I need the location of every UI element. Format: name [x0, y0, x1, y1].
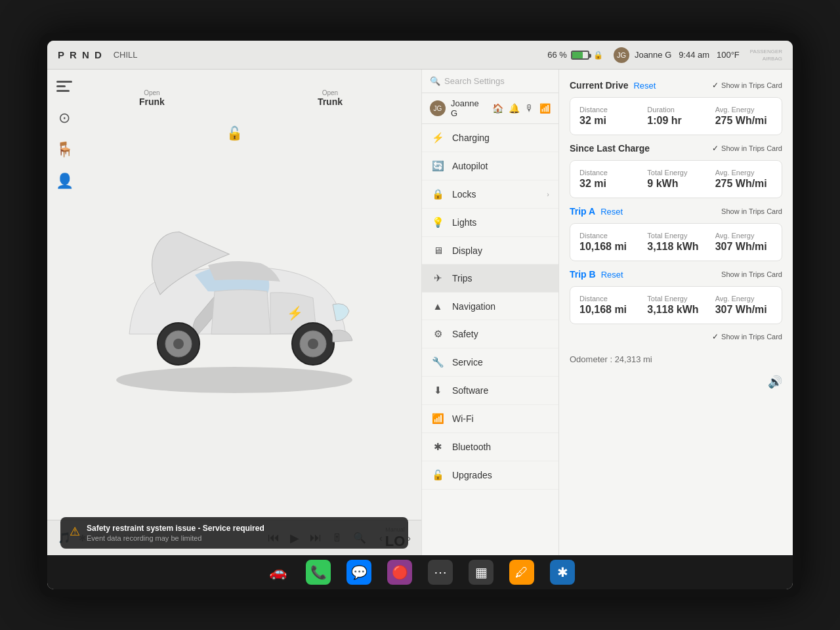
user-avatar: JG	[614, 47, 629, 63]
trip-b-avg-energy: Avg. Energy 307 Wh/mi	[715, 295, 772, 316]
volume-indicator[interactable]: 🔊	[570, 375, 782, 389]
since-last-charge-header: Since Last Charge ✓ Show in Trips Card	[570, 143, 782, 154]
charging-icon: ⚡	[431, 132, 444, 144]
charge-distance: Distance 32 mi	[579, 169, 637, 190]
tesla-screen: P R N D CHILL 66 % 🔒 JG Joanne G 9:44 am…	[47, 41, 793, 589]
car-view-area: Open Frunk Open Trunk 🔓	[47, 70, 421, 520]
bell-icon[interactable]: 🔔	[509, 103, 520, 114]
bluetooth-taskbar[interactable]: ✱	[550, 560, 575, 585]
alert-warning-icon: ⚠	[70, 524, 80, 539]
mic-icon[interactable]: 🎙	[525, 103, 534, 114]
screen-bezel: P R N D CHILL 66 % 🔒 JG Joanne G 9:44 am…	[39, 33, 801, 597]
seat-icon: 🪑	[54, 139, 75, 160]
settings-avatar: JG	[430, 100, 446, 116]
trip-b-distance: Distance 10,168 mi	[579, 295, 637, 316]
show-trips-card-b[interactable]: Show in Trips Card	[721, 270, 782, 278]
menu-item-safety[interactable]: ⚙ Safety	[422, 320, 558, 348]
settings-user-header: JG Joanne G 🏠 🔔 🎙 📶	[422, 93, 558, 124]
frunk-label[interactable]: Open Frunk	[139, 89, 165, 107]
autopilot-icon: 🔄	[431, 160, 444, 172]
phone-taskbar[interactable]: 📞	[306, 560, 331, 585]
search-icon-settings: 🔍	[430, 76, 440, 86]
taskbar: 🚗 📞 💬 🔴 ⋯ ▦ 🖊 ✱	[47, 555, 793, 589]
locks-arrow: ›	[547, 190, 549, 198]
trip-b-total-energy: Total Energy 3,118 kWh	[647, 295, 704, 316]
car-image: ⚡	[77, 190, 392, 400]
service-icon: 🔧	[431, 356, 444, 368]
current-duration: Duration 1:09 hr	[647, 106, 704, 127]
trip-b-card: Distance 10,168 mi Total Energy 3,118 kW…	[570, 286, 782, 324]
svg-point-3	[116, 367, 352, 393]
camera-icon: 🔴	[392, 564, 408, 580]
main-content: ⊙ 🪑 👤 Open Frunk Open Trunk	[47, 70, 793, 555]
menu-item-upgrades[interactable]: 🔓 Upgrades	[422, 461, 558, 490]
show-trips-card-charge[interactable]: ✓ Show in Trips Card	[712, 144, 782, 153]
alert-banner: ⚠ Safety restraint system issue - Servic…	[60, 517, 408, 549]
battery-section: 66 % 🔒	[547, 50, 603, 60]
person-icon: 👤	[54, 171, 75, 192]
battery-fill	[572, 52, 583, 58]
current-drive-card: Distance 32 mi Duration 1:09 hr Avg. Ene…	[570, 97, 782, 135]
trip-a-avg-energy: Avg. Energy 307 Wh/mi	[715, 232, 772, 253]
bluetooth-taskbar-icon: ✱	[557, 564, 568, 580]
trip-a-data-row: Distance 10,168 mi Total Energy 3,118 kW…	[579, 232, 772, 253]
menu-item-charging[interactable]: ⚡ Charging	[422, 124, 558, 152]
lock-status-icon: 🔒	[593, 51, 603, 60]
messages-taskbar[interactable]: 💬	[346, 560, 371, 585]
messages-icon: 💬	[351, 564, 368, 580]
svg-rect-0	[56, 81, 72, 83]
volume-icon: 🔊	[768, 375, 782, 389]
menu-item-wifi[interactable]: 📶 Wi-Fi	[422, 405, 558, 433]
current-drive-data-row: Distance 32 mi Duration 1:09 hr Avg. Ene…	[579, 106, 772, 127]
since-last-charge-card: Distance 32 mi Total Energy 9 kWh Avg. E…	[570, 160, 782, 198]
svg-rect-1	[56, 85, 66, 87]
signal-icon: 📶	[539, 103, 551, 114]
show-trips-card-a[interactable]: Show in Trips Card	[721, 207, 782, 215]
wifi-icon: 📶	[431, 413, 444, 425]
drive-mode: CHILL	[114, 50, 138, 60]
svg-point-6	[173, 339, 184, 349]
camera-taskbar[interactable]: 🔴	[387, 560, 412, 585]
menu-item-display[interactable]: 🖥 Display	[422, 237, 558, 264]
trip-b-data-row: Distance 10,168 mi Total Energy 3,118 kW…	[579, 295, 772, 316]
more-taskbar[interactable]: ⋯	[428, 560, 453, 585]
more-icon: ⋯	[434, 564, 447, 580]
software-icon: ⬇	[431, 385, 444, 396]
menu-item-autopilot[interactable]: 🔄 Autopilot	[422, 152, 558, 180]
home-icon[interactable]: 🏠	[492, 103, 503, 114]
menu-item-bluetooth[interactable]: ✱ Bluetooth	[422, 433, 558, 461]
trips-panel: Current Drive Reset ✓ Show in Trips Card…	[559, 70, 793, 555]
safety-icon: ⚙	[431, 328, 444, 340]
menu-item-locks[interactable]: 🔒 Locks ›	[422, 180, 558, 209]
charge-avg-energy: Avg. Energy 275 Wh/mi	[715, 169, 772, 190]
search-bar[interactable]: 🔍 Search Settings	[422, 70, 558, 93]
menu-item-software[interactable]: ⬇ Software	[422, 377, 558, 405]
locks-icon: 🔒	[431, 188, 444, 200]
menu-item-navigation[interactable]: ▲ Navigation	[422, 293, 558, 320]
svg-rect-2	[56, 90, 70, 92]
tire-pressure-icon: ⊙	[54, 108, 75, 129]
notes-taskbar[interactable]: 🖊	[509, 560, 534, 585]
alert-text: Safety restraint system issue - Service …	[87, 524, 264, 542]
user-section: JG Joanne G 9:44 am 100°F	[614, 47, 740, 63]
menu-item-trips[interactable]: ✈ Trips	[422, 264, 558, 293]
car-lock-icon[interactable]: 🔓	[226, 125, 243, 141]
trip-b-show-card: ✓ Show in Trips Card	[570, 332, 782, 341]
side-icons: ⊙ 🪑 👤	[54, 76, 75, 192]
trunk-label[interactable]: Open Trunk	[318, 89, 343, 107]
upgrades-icon: 🔓	[431, 469, 444, 481]
menu-icon-toggle[interactable]	[54, 76, 75, 97]
battery-percent: 66 %	[547, 50, 567, 60]
menu-item-lights[interactable]: 💡 Lights	[422, 209, 558, 237]
svg-text:⚡: ⚡	[287, 305, 303, 321]
grid-taskbar[interactable]: ▦	[469, 560, 494, 585]
grid-icon: ▦	[475, 564, 488, 580]
since-charge-data-row: Distance 32 mi Total Energy 9 kWh Avg. E…	[579, 169, 772, 190]
car-status-taskbar[interactable]: 🚗	[265, 560, 290, 585]
passenger-airbag-indicator: PASSENGER AIRBAG	[750, 48, 782, 62]
settings-header-icons: 🏠 🔔 🎙 📶	[492, 103, 551, 114]
notes-icon: 🖊	[515, 565, 528, 580]
trips-icon: ✈	[431, 272, 444, 284]
show-trips-card-current[interactable]: ✓ Show in Trips Card	[712, 81, 782, 90]
menu-item-service[interactable]: 🔧 Service	[422, 348, 558, 377]
